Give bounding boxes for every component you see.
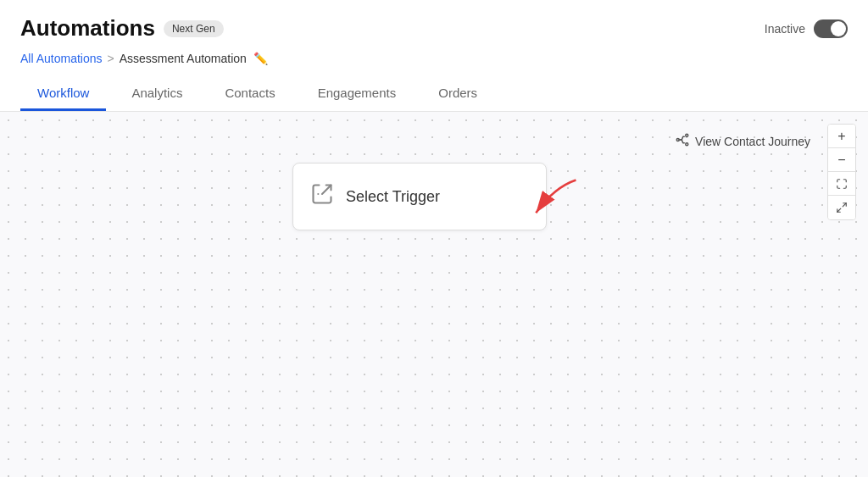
- page-title: Automations: [20, 15, 155, 42]
- select-trigger-card[interactable]: Select Trigger: [292, 163, 547, 230]
- tabs-bar: Workflow Analytics Contacts Engagements …: [20, 77, 848, 111]
- workflow-canvas: View Contact Journey + − Selec: [0, 112, 868, 477]
- status-toggle[interactable]: [814, 19, 848, 38]
- edit-icon[interactable]: ✏️: [253, 52, 268, 65]
- view-contact-journey-button[interactable]: View Contact Journey: [668, 129, 817, 154]
- tab-workflow[interactable]: Workflow: [20, 77, 106, 111]
- zoom-out-button[interactable]: −: [828, 148, 855, 172]
- tab-contacts[interactable]: Contacts: [208, 77, 292, 111]
- breadcrumb-separator: >: [108, 52, 114, 65]
- trigger-label: Select Trigger: [346, 188, 440, 206]
- breadcrumb-parent-link[interactable]: All Automations: [20, 52, 103, 65]
- next-gen-badge: Next Gen: [164, 20, 224, 37]
- zoom-controls: + −: [827, 124, 856, 220]
- title-left: Automations Next Gen: [20, 15, 224, 42]
- fullscreen-button[interactable]: [828, 196, 855, 219]
- svg-line-3: [843, 203, 846, 207]
- tab-orders[interactable]: Orders: [421, 77, 494, 111]
- svg-point-1: [686, 134, 688, 136]
- tab-engagements[interactable]: Engagements: [301, 77, 414, 111]
- trigger-icon: [310, 182, 334, 212]
- journey-icon: [675, 132, 690, 151]
- header: Automations Next Gen Inactive All Automa…: [0, 0, 868, 112]
- svg-line-4: [837, 208, 841, 212]
- fit-screen-button[interactable]: [828, 172, 855, 196]
- view-contact-journey-label: View Contact Journey: [695, 135, 810, 148]
- breadcrumb-current: Assessment Automation: [120, 52, 247, 65]
- inactive-label: Inactive: [765, 22, 805, 36]
- svg-point-2: [686, 143, 688, 146]
- tab-analytics[interactable]: Analytics: [114, 77, 199, 111]
- zoom-in-button[interactable]: +: [828, 125, 855, 148]
- title-right: Inactive: [765, 19, 848, 38]
- title-row: Automations Next Gen Inactive: [20, 15, 848, 42]
- breadcrumb: All Automations > Assessment Automation …: [20, 52, 848, 65]
